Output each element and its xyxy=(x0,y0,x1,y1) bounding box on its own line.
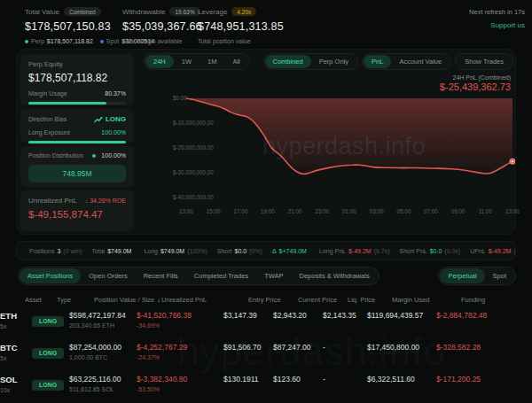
cell-liq-price: $2,143.35 xyxy=(323,311,367,320)
position-distribution-bar: 748.95M xyxy=(28,165,126,182)
tab-completed-trades[interactable]: Completed Trades xyxy=(186,268,256,283)
x-axis-tick: 13:00 xyxy=(499,208,526,214)
cell-margin-used: $119,694,439.57 xyxy=(367,311,436,320)
sort-desc-icon: ↓ xyxy=(157,296,160,304)
col-liq-price[interactable]: Liq. Price xyxy=(348,296,392,304)
x-axis-tick: 09:00 xyxy=(445,208,472,214)
direction-bias-card: Direction Bias LONG Long Exposure 100.00… xyxy=(20,109,134,143)
view-pnl-button[interactable]: PnL xyxy=(364,55,391,68)
y-axis-tick: $0.00 xyxy=(173,95,187,101)
y-axis-tick: $-30,000,000.00 xyxy=(173,169,214,175)
long-exposure-fill xyxy=(28,141,126,143)
withdrawable-value: $35,039,367.66 xyxy=(122,20,202,33)
roe-value: ↓ 34.26% ROE xyxy=(85,198,126,204)
mode-combined-button[interactable]: Combined xyxy=(265,55,311,68)
position-distribution-card: Position Distribution 100.00% 748.95M xyxy=(20,146,134,187)
x-axis-tick: 19:00 xyxy=(254,208,281,214)
col-position-value[interactable]: Position Value / Size↓ xyxy=(94,296,161,304)
cell-funding: $-2,884,782.48 xyxy=(436,311,532,320)
long-badge: LONG xyxy=(32,380,64,391)
cell-margin-used: $6,322,511.60 xyxy=(367,375,436,384)
margin-usage-bar xyxy=(28,102,126,105)
margin-usage-value: 80.37% xyxy=(105,90,126,97)
cell-liq-price: - xyxy=(323,375,367,384)
col-type[interactable]: Type xyxy=(57,296,94,304)
cell-entry-price: $3,147.39 xyxy=(223,311,273,320)
x-axis-tick: 11:00 xyxy=(472,208,498,214)
cell-entry-price: $130.1911 xyxy=(223,375,273,384)
col-current-price[interactable]: Current Price xyxy=(298,296,348,304)
long-exposure-bar xyxy=(28,141,126,143)
tab-open-orders[interactable]: Open Orders xyxy=(81,268,135,283)
leverage-badge: 4.20x xyxy=(231,7,256,16)
withdrawable-label: Withdrawable xyxy=(122,8,165,16)
col-margin-used[interactable]: Margin Used xyxy=(392,296,461,304)
tab-asset-positions[interactable]: Asset Positions xyxy=(20,268,81,283)
positions-tabs: Asset Positions Open Orders Recent Fills… xyxy=(18,267,379,285)
x-axis-tick: 13:00 xyxy=(173,208,200,214)
cell-current-price: $2,943.20 xyxy=(273,311,323,320)
mode-perp-only-button[interactable]: Perp Only xyxy=(311,55,356,68)
cell-funding: $-328,582.28 xyxy=(436,343,532,352)
withdrawable-sub: Free margin available xyxy=(122,38,182,44)
range-all-button[interactable]: All xyxy=(224,55,247,68)
x-axis-tick: 15:00 xyxy=(200,208,227,214)
summary-item: UPnL $-49.2M (0% win) xyxy=(470,248,516,254)
show-trades-button[interactable]: Show Trades xyxy=(457,55,512,68)
support-us-link[interactable]: Support us xyxy=(490,21,525,29)
trend-up-icon xyxy=(94,116,103,123)
long-exposure-label: Long Exposure xyxy=(28,129,70,136)
table-row[interactable]: SOL 10x LONG $63,225,116.00 511,612.85 S… xyxy=(0,368,532,399)
cell-funding: $-171,200.25 xyxy=(436,375,532,384)
range-1m-button[interactable]: 1M xyxy=(200,55,224,68)
cell-current-price: $123.60 xyxy=(273,375,323,384)
summary-item: Δ $+749.0M xyxy=(272,248,309,254)
cell-type: LONG xyxy=(32,375,69,391)
long-exposure-value: 100.00% xyxy=(101,129,126,136)
y-axis-tick: $-40,000,000.00 xyxy=(173,194,214,200)
positions-summary: Positions 3 (0 win) Total $749.0M Long $… xyxy=(16,241,516,260)
mode-group: Combined Perp Only xyxy=(263,53,359,70)
summary-item: Positions 3 (0 win) xyxy=(29,248,82,254)
col-funding[interactable]: Funding xyxy=(461,296,525,304)
col-unrealized-pnl[interactable]: Unrealized PnL xyxy=(161,296,248,304)
unrealized-pnl-value: $-49,155,874.47 xyxy=(28,209,126,220)
cell-type: LONG xyxy=(32,311,69,327)
table-row[interactable]: ETH 5x LONG $598,472,197.84 203,340.65 E… xyxy=(0,304,532,336)
withdrawable-stat: Withdrawable19.63% $35,039,367.66 Free m… xyxy=(122,7,202,44)
tab-twap[interactable]: TWAP xyxy=(256,268,291,283)
combined-badge: Combined xyxy=(64,7,101,16)
cell-asset: BTC 5x xyxy=(0,343,32,361)
cell-asset: ETH 5x xyxy=(0,311,32,329)
leverage-tag: 5x xyxy=(0,323,32,329)
cell-position-value: $63,225,116.00 511,612.85 SOL xyxy=(69,375,137,392)
tab-perpetual[interactable]: Perpetual xyxy=(440,268,484,283)
range-1w-button[interactable]: 1W xyxy=(174,55,200,68)
range-24h-button[interactable]: 24H xyxy=(145,55,174,68)
market-type-tabs: Perpetual Spot xyxy=(438,267,516,285)
show-trades-group: Show Trades xyxy=(455,53,513,70)
tab-spot[interactable]: Spot xyxy=(485,268,514,283)
view-account-value-button[interactable]: Account Value xyxy=(391,55,450,68)
perp-equity-label: Perp Equity xyxy=(28,60,126,68)
unrealized-pnl-label: Unrealized PnL xyxy=(28,197,77,205)
long-badge: LONG xyxy=(32,316,64,327)
direction-bias-value: LONG xyxy=(106,115,126,123)
leverage-stat: Leverage4.20x $748,951,313.85 Total posi… xyxy=(198,7,284,44)
cell-type: LONG xyxy=(32,343,69,359)
leverage-tag: 5x xyxy=(0,355,32,361)
time-range-group: 24H 1W 1M All xyxy=(144,53,250,70)
position-distribution-pct: 100.00% xyxy=(101,152,126,159)
margin-usage-label: Margin Usage xyxy=(28,90,67,97)
tab-deposits-withdrawals[interactable]: Deposits & Withdrawals xyxy=(292,268,378,283)
cell-unrealized-pnl: $-4,252,767.29 -24.37% xyxy=(137,343,223,360)
tab-recent-fills[interactable]: Recent Fills xyxy=(136,268,186,283)
col-entry-price[interactable]: Entry Price xyxy=(248,296,298,304)
total-value-label: Total Value xyxy=(25,8,59,16)
table-header: Asset Type Position Value / Size↓ Unreal… xyxy=(0,296,532,304)
table-row[interactable]: BTC 5x LONG $87,254,000.00 1,000.00 BTC … xyxy=(0,336,532,368)
x-axis-tick: 17:00 xyxy=(227,208,254,214)
summary-item: Short PnL $0.0 (0.0x) xyxy=(400,248,461,254)
col-asset[interactable]: Asset xyxy=(25,296,57,304)
refresh-countdown: Next refresh in 17s xyxy=(469,8,525,16)
